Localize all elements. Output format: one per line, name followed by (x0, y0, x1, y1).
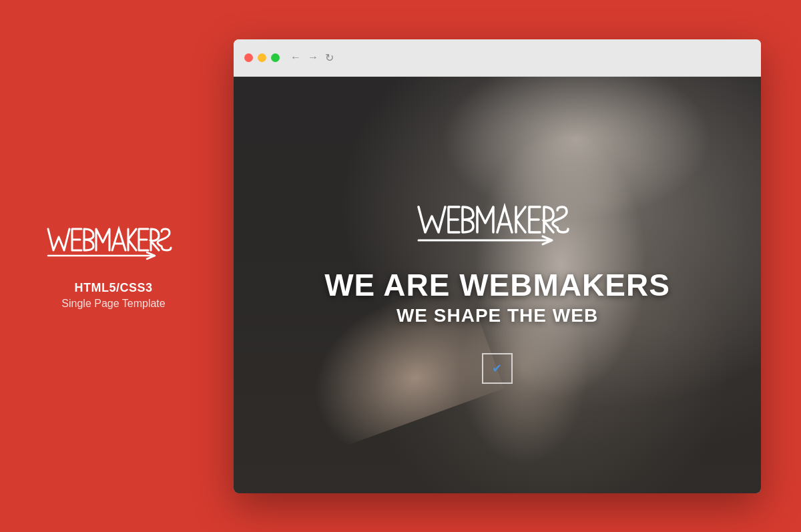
traffic-light-red[interactable] (244, 53, 253, 62)
hero-title-sub: WE SHAPE THE WEB (396, 305, 598, 326)
left-panel: HTML5/CSS3 Single Page Template (0, 0, 227, 532)
hero-content: WE ARE WEBMAKERS WE SHAPE THE WEB ✔ (324, 199, 670, 384)
left-logo (47, 222, 180, 265)
scroll-indicator[interactable]: ✔ (482, 353, 513, 384)
back-button[interactable]: ← (290, 51, 301, 63)
traffic-light-green[interactable] (271, 53, 280, 62)
tech-label: HTML5/CSS3 (74, 281, 152, 295)
hero-title-main: WE ARE WEBMAKERS (324, 268, 670, 302)
webmakers-logo-left (47, 222, 180, 262)
traffic-light-yellow[interactable] (258, 53, 266, 62)
webmakers-logo-hero (417, 199, 577, 246)
browser-content: WE ARE WEBMAKERS WE SHAPE THE WEB ✔ (234, 77, 761, 493)
template-label: Single Page Template (61, 298, 165, 310)
browser-wrapper: ← → ↻ (227, 13, 801, 520)
traffic-lights (244, 53, 280, 62)
hero-logo (417, 199, 577, 248)
chevron-down-icon: ✔ (492, 362, 502, 374)
hero-background: WE ARE WEBMAKERS WE SHAPE THE WEB ✔ (234, 77, 761, 493)
browser-chrome: ← → ↻ (234, 39, 761, 77)
nav-controls: ← → ↻ (290, 51, 334, 64)
forward-button[interactable]: → (308, 51, 318, 63)
browser-window: ← → ↻ (234, 39, 761, 493)
refresh-button[interactable]: ↻ (325, 51, 334, 64)
